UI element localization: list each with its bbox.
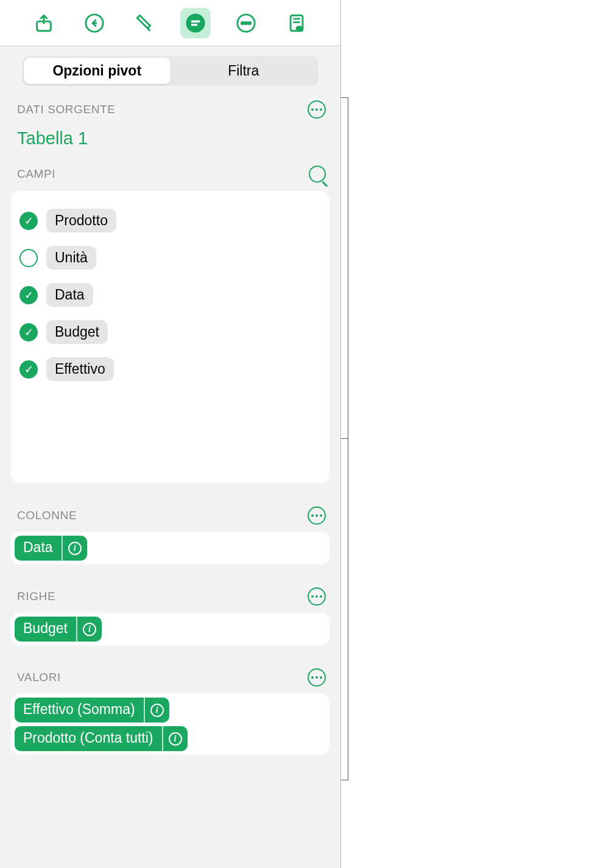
value-pill[interactable]: Effettivo (Somma) i <box>15 698 169 723</box>
checkmark-icon[interactable]: ✓ <box>19 286 38 304</box>
info-icon[interactable]: i <box>76 617 102 642</box>
info-icon[interactable]: i <box>162 726 188 751</box>
svg-point-6 <box>248 22 251 24</box>
column-pill[interactable]: Data i <box>15 536 87 561</box>
values-more-button[interactable] <box>308 668 326 687</box>
checkmark-icon[interactable]: ✓ <box>19 212 38 230</box>
row-pill[interactable]: Budget i <box>15 617 102 642</box>
search-fields-icon[interactable] <box>309 166 326 183</box>
field-row[interactable]: ✓ Budget <box>19 313 321 351</box>
unchecked-icon[interactable] <box>19 249 38 267</box>
rows-more-button[interactable] <box>308 587 326 606</box>
section-label-rows: RIGHE <box>17 590 55 603</box>
checkmark-icon[interactable]: ✓ <box>19 360 38 379</box>
undo-icon[interactable] <box>79 8 110 38</box>
pill-label: Effettivo (Somma) <box>15 698 144 723</box>
info-icon[interactable]: i <box>144 698 169 723</box>
source-more-button[interactable] <box>308 100 326 119</box>
svg-point-5 <box>245 22 247 24</box>
section-label-values: VALORI <box>17 671 61 684</box>
tab-pivot-options[interactable]: Opzioni pivot <box>24 58 171 84</box>
section-label-columns: COLONNE <box>17 509 77 522</box>
value-pill[interactable]: Prodotto (Conta tutti) i <box>15 726 188 751</box>
section-label-fields: CAMPI <box>17 167 55 181</box>
callout-bracket <box>348 97 348 780</box>
svg-point-4 <box>242 22 244 24</box>
field-chip[interactable]: Prodotto <box>46 209 116 233</box>
pill-label: Budget <box>15 617 76 642</box>
toolbar <box>0 0 340 46</box>
pivot-options-icon[interactable] <box>180 8 211 38</box>
pill-label: Data <box>15 536 62 561</box>
source-table-name[interactable]: Tabella 1 <box>11 121 329 166</box>
field-chip[interactable]: Budget <box>46 320 108 344</box>
tab-switcher: Opzioni pivot Filtra <box>22 56 319 86</box>
field-chip[interactable]: Data <box>46 283 93 307</box>
columns-more-button[interactable] <box>308 506 326 525</box>
field-row[interactable]: ✓ Effettivo <box>19 351 321 388</box>
checkmark-icon[interactable]: ✓ <box>19 323 38 341</box>
columns-slot[interactable]: Data i <box>11 532 329 564</box>
format-brush-icon[interactable] <box>130 8 160 38</box>
svg-point-9 <box>298 27 300 29</box>
tab-filter[interactable]: Filtra <box>171 58 317 84</box>
field-chip[interactable]: Effettivo <box>46 357 114 381</box>
field-chip[interactable]: Unità <box>46 246 96 270</box>
share-icon[interactable] <box>29 8 59 38</box>
field-row[interactable]: ✓ Prodotto <box>19 202 321 239</box>
field-row[interactable]: ✓ Data <box>19 276 321 313</box>
more-icon[interactable] <box>231 8 261 38</box>
pill-label: Prodotto (Conta tutti) <box>15 726 162 751</box>
values-slot[interactable]: Effettivo (Somma) i Prodotto (Conta tutt… <box>11 694 329 755</box>
document-view-icon[interactable] <box>281 8 312 38</box>
field-row[interactable]: Unità <box>19 239 321 276</box>
info-icon[interactable]: i <box>62 536 87 561</box>
svg-point-2 <box>187 14 204 31</box>
rows-slot[interactable]: Budget i <box>11 613 329 645</box>
section-label-source: DATI SORGENTE <box>17 103 116 116</box>
fields-list: ✓ Prodotto Unità ✓ Data ✓ Budget ✓ Effet… <box>11 191 329 483</box>
